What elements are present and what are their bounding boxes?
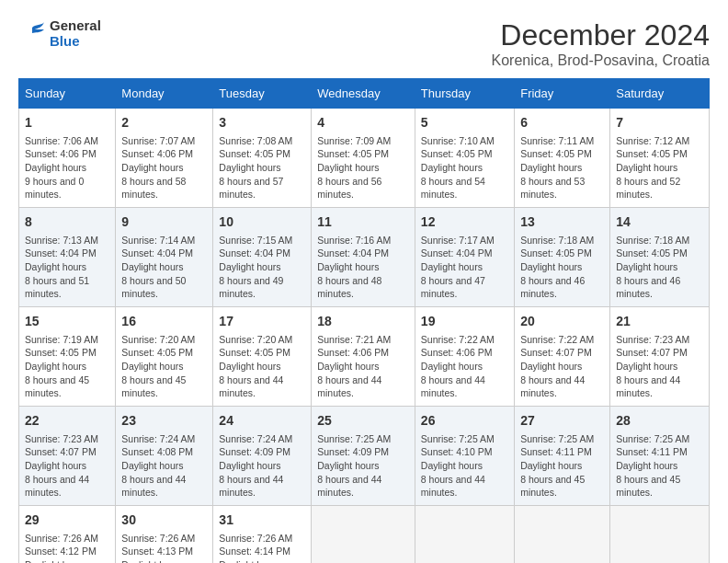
day-cell: 27 Sunrise: 7:25 AM Sunset: 4:11 PM Dayl… [515,407,610,506]
day-number: 9 [121,213,207,232]
day-cell: 18 Sunrise: 7:21 AM Sunset: 4:06 PM Dayl… [312,307,415,407]
day-cell: 5 Sunrise: 7:10 AM Sunset: 4:05 PM Dayli… [415,109,514,208]
day-info: Sunrise: 7:23 AM Sunset: 4:07 PM Dayligh… [25,432,109,500]
calendar-row: 1 Sunrise: 7:06 AM Sunset: 4:06 PM Dayli… [19,109,710,208]
day-cell: 12 Sunrise: 7:17 AM Sunset: 4:04 PM Dayl… [415,208,514,307]
day-cell: 6 Sunrise: 7:11 AM Sunset: 4:05 PM Dayli… [515,109,610,208]
day-cell: 11 Sunrise: 7:16 AM Sunset: 4:04 PM Dayl… [312,208,415,307]
day-info: Sunrise: 7:26 AM Sunset: 4:13 PM Dayligh… [121,532,207,563]
day-number: 7 [616,114,703,132]
day-number: 1 [25,114,109,132]
day-cell: 2 Sunrise: 7:07 AM Sunset: 4:06 PM Dayli… [116,109,213,208]
col-friday: Friday [515,79,610,109]
day-number: 27 [520,412,604,431]
day-number: 12 [421,213,508,232]
day-cell: 31 Sunrise: 7:26 AM Sunset: 4:14 PM Dayl… [213,506,312,563]
day-number: 28 [616,412,703,431]
day-number: 29 [25,511,109,530]
col-wednesday: Wednesday [312,79,415,109]
logo-text-general: General [50,18,101,34]
day-number: 19 [421,313,508,331]
day-number: 18 [317,313,409,331]
day-info: Sunrise: 7:25 AM Sunset: 4:10 PM Dayligh… [421,432,508,500]
day-cell: 13 Sunrise: 7:18 AM Sunset: 4:05 PM Dayl… [515,208,610,307]
day-number: 6 [520,114,604,132]
day-cell: 8 Sunrise: 7:13 AM Sunset: 4:04 PM Dayli… [19,208,116,307]
page-subtitle: Korenica, Brod-Posavina, Croatia [492,52,710,69]
day-info: Sunrise: 7:16 AM Sunset: 4:04 PM Dayligh… [317,234,409,301]
day-number: 26 [421,412,508,431]
day-cell: 3 Sunrise: 7:08 AM Sunset: 4:05 PM Dayli… [213,109,312,208]
day-info: Sunrise: 7:17 AM Sunset: 4:04 PM Dayligh… [421,234,508,301]
day-info: Sunrise: 7:09 AM Sunset: 4:05 PM Dayligh… [317,134,409,201]
day-number: 3 [219,114,305,132]
day-cell: 29 Sunrise: 7:26 AM Sunset: 4:12 PM Dayl… [19,506,116,563]
empty-day-cell [415,506,514,563]
day-number: 13 [520,213,604,232]
calendar-row: 22 Sunrise: 7:23 AM Sunset: 4:07 PM Dayl… [19,407,710,506]
logo-bird-icon [18,20,46,48]
day-info: Sunrise: 7:22 AM Sunset: 4:07 PM Dayligh… [520,333,604,400]
day-cell: 10 Sunrise: 7:15 AM Sunset: 4:04 PM Dayl… [213,208,312,307]
calendar-table: Sunday Monday Tuesday Wednesday Thursday… [18,78,710,563]
day-cell: 24 Sunrise: 7:24 AM Sunset: 4:09 PM Dayl… [213,407,312,506]
day-number: 31 [219,511,305,530]
day-number: 22 [25,412,109,431]
col-monday: Monday [116,79,213,109]
day-cell: 23 Sunrise: 7:24 AM Sunset: 4:08 PM Dayl… [116,407,213,506]
day-number: 20 [520,313,604,331]
day-number: 24 [219,412,305,431]
day-info: Sunrise: 7:13 AM Sunset: 4:04 PM Dayligh… [25,234,109,301]
logo-text-blue: Blue [50,34,101,50]
day-number: 14 [616,213,703,232]
day-cell: 21 Sunrise: 7:23 AM Sunset: 4:07 PM Dayl… [610,307,710,407]
day-info: Sunrise: 7:25 AM Sunset: 4:11 PM Dayligh… [520,432,604,500]
day-cell: 22 Sunrise: 7:23 AM Sunset: 4:07 PM Dayl… [19,407,116,506]
day-info: Sunrise: 7:23 AM Sunset: 4:07 PM Dayligh… [616,333,703,400]
day-number: 5 [421,114,508,132]
day-info: Sunrise: 7:25 AM Sunset: 4:09 PM Dayligh… [317,432,409,500]
col-tuesday: Tuesday [213,79,312,109]
calendar-header-row: Sunday Monday Tuesday Wednesday Thursday… [19,79,710,109]
calendar-row: 29 Sunrise: 7:26 AM Sunset: 4:12 PM Dayl… [19,506,710,563]
day-number: 2 [121,114,207,132]
day-info: Sunrise: 7:26 AM Sunset: 4:12 PM Dayligh… [25,532,109,563]
day-number: 11 [317,213,409,232]
day-cell: 7 Sunrise: 7:12 AM Sunset: 4:05 PM Dayli… [610,109,710,208]
col-sunday: Sunday [19,79,116,109]
empty-day-cell [610,506,710,563]
day-info: Sunrise: 7:24 AM Sunset: 4:09 PM Dayligh… [219,432,305,500]
day-info: Sunrise: 7:21 AM Sunset: 4:06 PM Dayligh… [317,333,409,400]
logo: General Blue [18,18,101,49]
col-saturday: Saturday [610,79,710,109]
calendar-row: 15 Sunrise: 7:19 AM Sunset: 4:05 PM Dayl… [19,307,710,407]
empty-day-cell [312,506,415,563]
day-info: Sunrise: 7:06 AM Sunset: 4:06 PM Dayligh… [25,134,109,201]
day-info: Sunrise: 7:07 AM Sunset: 4:06 PM Dayligh… [121,134,207,201]
day-info: Sunrise: 7:25 AM Sunset: 4:11 PM Dayligh… [616,432,703,500]
day-info: Sunrise: 7:18 AM Sunset: 4:05 PM Dayligh… [616,234,703,301]
day-number: 17 [219,313,305,331]
day-info: Sunrise: 7:15 AM Sunset: 4:04 PM Dayligh… [219,234,305,301]
day-info: Sunrise: 7:19 AM Sunset: 4:05 PM Dayligh… [25,333,109,400]
col-thursday: Thursday [415,79,514,109]
day-info: Sunrise: 7:20 AM Sunset: 4:05 PM Dayligh… [219,333,305,400]
day-info: Sunrise: 7:10 AM Sunset: 4:05 PM Dayligh… [421,134,508,201]
day-info: Sunrise: 7:14 AM Sunset: 4:04 PM Dayligh… [121,234,207,301]
day-info: Sunrise: 7:22 AM Sunset: 4:06 PM Dayligh… [421,333,508,400]
title-section: December 2024 Korenica, Brod-Posavina, C… [492,18,710,69]
day-number: 21 [616,313,703,331]
day-cell: 1 Sunrise: 7:06 AM Sunset: 4:06 PM Dayli… [19,109,116,208]
day-number: 8 [25,213,109,232]
day-cell: 15 Sunrise: 7:19 AM Sunset: 4:05 PM Dayl… [19,307,116,407]
day-number: 4 [317,114,409,132]
day-info: Sunrise: 7:20 AM Sunset: 4:05 PM Dayligh… [121,333,207,400]
calendar-body: 1 Sunrise: 7:06 AM Sunset: 4:06 PM Dayli… [19,109,710,564]
day-info: Sunrise: 7:24 AM Sunset: 4:08 PM Dayligh… [121,432,207,500]
page-title: December 2024 [492,18,710,52]
day-number: 30 [121,511,207,530]
day-cell: 19 Sunrise: 7:22 AM Sunset: 4:06 PM Dayl… [415,307,514,407]
day-cell: 30 Sunrise: 7:26 AM Sunset: 4:13 PM Dayl… [116,506,213,563]
page-header: General Blue December 2024 Korenica, Bro… [18,18,710,69]
day-cell: 28 Sunrise: 7:25 AM Sunset: 4:11 PM Dayl… [610,407,710,506]
